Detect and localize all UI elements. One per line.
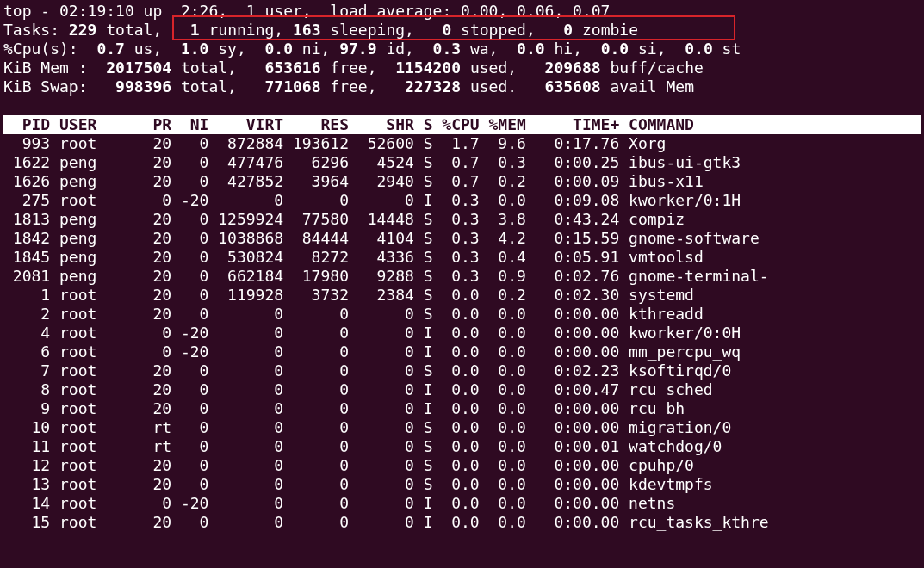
process-row[interactable]: 1626 peng 20 0 427852 3964 2940 S 0.7 0.… (3, 172, 921, 191)
process-row[interactable]: 1622 peng 20 0 477476 6296 4524 S 0.7 0.… (3, 153, 921, 172)
summary-line-1: top - 02:19:10 up 2:26, 1 user, load ave… (3, 2, 921, 21)
process-row[interactable]: 15 root 20 0 0 0 0 I 0.0 0.0 0:00.00 rcu… (3, 513, 921, 532)
process-row[interactable]: 14 root 0 -20 0 0 0 I 0.0 0.0 0:00.00 ne… (3, 494, 921, 513)
process-row[interactable]: 1813 peng 20 0 1259924 77580 14448 S 0.3… (3, 210, 921, 229)
summary-swap: KiB Swap: 998396 total, 771068 free, 227… (3, 77, 921, 96)
summary-tasks: Tasks: 229 total, 1 running, 163 sleepin… (3, 21, 921, 40)
process-list[interactable]: 993 root 20 0 872884 193612 52600 S 1.7 … (3, 134, 921, 532)
process-row[interactable]: 1842 peng 20 0 1038868 84444 4104 S 0.3 … (3, 229, 921, 248)
process-row[interactable]: 9 root 20 0 0 0 0 I 0.0 0.0 0:00.00 rcu_… (3, 399, 921, 418)
blank-line (3, 96, 921, 115)
process-row[interactable]: 993 root 20 0 872884 193612 52600 S 1.7 … (3, 134, 921, 153)
process-row[interactable]: 2 root 20 0 0 0 0 S 0.0 0.0 0:00.00 kthr… (3, 305, 921, 324)
process-row[interactable]: 275 root 0 -20 0 0 0 I 0.3 0.0 0:09.08 k… (3, 191, 921, 210)
terminal-screen: { "summary":{ "line1_pre":"top - ", "tim… (0, 0, 924, 568)
summary-mem: KiB Mem : 2017504 total, 653616 free, 11… (3, 59, 921, 77)
process-row[interactable]: 10 root rt 0 0 0 0 S 0.0 0.0 0:00.00 mig… (3, 418, 921, 437)
process-row[interactable]: 12 root 20 0 0 0 0 S 0.0 0.0 0:00.00 cpu… (3, 456, 921, 475)
column-header[interactable]: PID USER PR NI VIRT RES SHR S %CPU %MEM … (3, 115, 921, 134)
process-row[interactable]: 1 root 20 0 119928 3732 2384 S 0.0 0.2 0… (3, 286, 921, 305)
process-row[interactable]: 8 root 20 0 0 0 0 I 0.0 0.0 0:00.47 rcu_… (3, 380, 921, 399)
process-row[interactable]: 1845 peng 20 0 530824 8272 4336 S 0.3 0.… (3, 248, 921, 267)
process-row[interactable]: 7 root 20 0 0 0 0 S 0.0 0.0 0:02.23 ksof… (3, 361, 921, 380)
process-row[interactable]: 13 root 20 0 0 0 0 S 0.0 0.0 0:00.00 kde… (3, 475, 921, 494)
process-row[interactable]: 2081 peng 20 0 662184 17980 9288 S 0.3 0… (3, 267, 921, 286)
process-row[interactable]: 6 root 0 -20 0 0 0 I 0.0 0.0 0:00.00 mm_… (3, 343, 921, 361)
process-row[interactable]: 4 root 0 -20 0 0 0 I 0.0 0.0 0:00.00 kwo… (3, 324, 921, 343)
process-row[interactable]: 11 root rt 0 0 0 0 S 0.0 0.0 0:00.01 wat… (3, 437, 921, 456)
summary-cpu: %Cpu(s): 0.7 us, 1.0 sy, 0.0 ni, 97.9 id… (3, 40, 921, 59)
